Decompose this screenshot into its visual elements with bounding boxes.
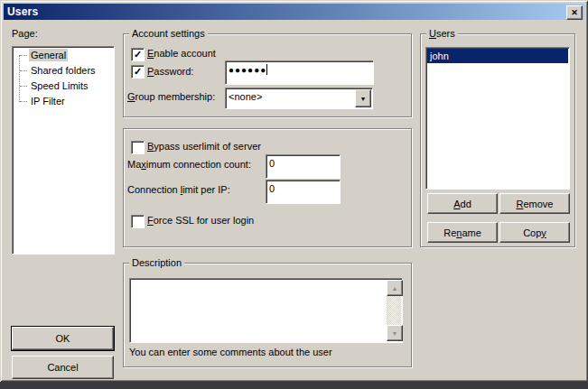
page-tree: General Shared folders Speed Limits IP F… [12, 46, 115, 255]
remove-button[interactable]: Remove [499, 193, 570, 214]
password-value: ●●●●●● [229, 65, 266, 75]
tree-item-label[interactable]: Speed Limits [29, 79, 90, 92]
copy-button[interactable]: Copy [499, 222, 570, 243]
users-dialog: Users ✕ Page: General Shared folders Spe… [0, 0, 588, 382]
page-label: Page: [12, 28, 38, 40]
title-bar[interactable]: Users ✕ [4, 4, 584, 20]
password-label: Password: [147, 66, 193, 78]
group-membership-label: Group membership: [127, 91, 215, 103]
tree-item-label[interactable]: IP Filter [29, 95, 67, 107]
connection-limits-group: ✓ Bypass userlimit of server Maximum con… [123, 128, 412, 247]
ip-limit-label: Connection limit per IP: [127, 184, 230, 196]
close-icon[interactable]: ✕ [566, 5, 583, 20]
check-icon: ✓ [134, 67, 142, 77]
force-ssl-checkbox[interactable]: ✓ [131, 215, 145, 228]
description-hint: You can enter some comments about the us… [129, 347, 332, 358]
list-item-john[interactable]: john [427, 49, 568, 63]
force-ssl-label: Force SSL for user login [147, 215, 254, 227]
window-title: Users [4, 5, 38, 18]
tree-item-shared-folders[interactable]: Shared folders [14, 63, 113, 79]
ok-button[interactable]: OK [12, 327, 114, 350]
description-group: Description ▲ ▼ You can enter some comme… [123, 263, 412, 367]
description-title: Description [129, 257, 184, 268]
tree-item-label[interactable]: General [29, 49, 68, 61]
max-connection-value: 0 [269, 158, 275, 169]
ip-limit-value: 0 [269, 183, 275, 194]
bypass-userlimit-label: Bypass userlimit of server [147, 141, 261, 153]
tree-item-speed-limits[interactable]: Speed Limits [14, 79, 113, 94]
ip-limit-input[interactable]: 0 [266, 180, 341, 204]
add-button[interactable]: Add [427, 193, 498, 214]
account-settings-title: Account settings [129, 28, 208, 39]
chevron-down-icon[interactable]: ▼ [355, 89, 371, 107]
enable-account-label: Enable account [147, 48, 216, 60]
description-scrollbar[interactable]: ▲ ▼ [387, 280, 401, 341]
cancel-button[interactable]: Cancel [12, 356, 114, 379]
description-textarea[interactable]: ▲ ▼ [129, 278, 403, 343]
tree-item-general[interactable]: General [14, 48, 113, 63]
group-membership-select[interactable]: <none> ▼ [225, 88, 373, 109]
users-group: Users john Add Remove Rename Copy [420, 33, 575, 247]
scroll-down-icon[interactable]: ▼ [387, 325, 403, 341]
rename-button[interactable]: Rename [427, 222, 498, 243]
bypass-userlimit-checkbox[interactable]: ✓ [131, 141, 145, 154]
password-input[interactable]: ●●●●●● [225, 60, 374, 85]
users-group-title: Users [426, 28, 458, 39]
max-connection-label: Maximum connection count: [127, 159, 251, 171]
check-icon: ✓ [134, 50, 142, 60]
enable-account-checkbox[interactable]: ✓ [131, 48, 145, 61]
users-list[interactable]: john [425, 47, 570, 190]
scroll-up-icon[interactable]: ▲ [387, 280, 403, 296]
tree-item-ip-filter[interactable]: IP Filter [14, 94, 113, 109]
desktop-background [0, 382, 588, 389]
text-caret [266, 64, 267, 75]
account-settings-group: Account settings ✓ Enable account ✓ Pass… [123, 33, 412, 117]
group-membership-value: <none> [229, 90, 262, 104]
password-checkbox[interactable]: ✓ [131, 65, 145, 79]
tree-item-label[interactable]: Shared folders [29, 64, 98, 77]
max-connection-input[interactable]: 0 [266, 154, 341, 179]
